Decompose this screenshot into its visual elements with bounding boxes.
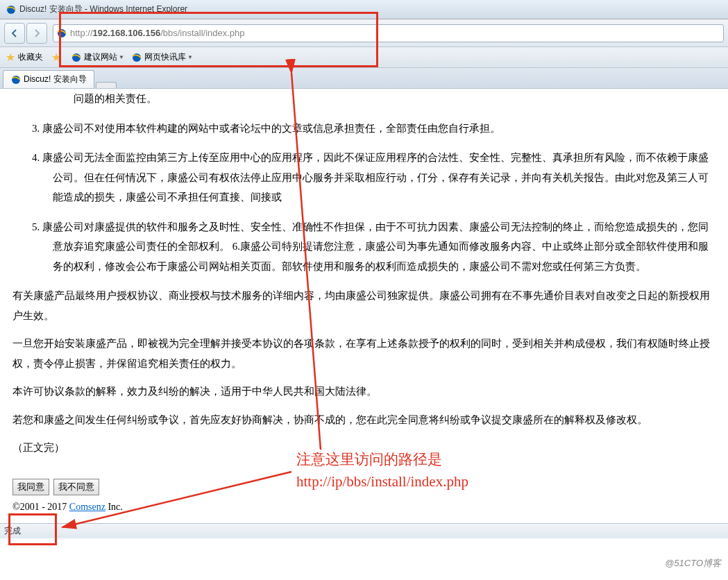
agree-button[interactable]: 我同意 <box>12 479 49 495</box>
favorites-label[interactable]: 收藏夹 <box>18 51 43 63</box>
ie-icon <box>6 4 17 15</box>
window-title: Discuz! 安装向导 - Windows Internet Explorer <box>19 3 187 15</box>
tab-label: Discuz! 安装向导 <box>24 74 87 85</box>
ie-icon <box>131 52 142 63</box>
address-bar[interactable]: http://192.168.106.156/bbs/install/index… <box>53 24 724 42</box>
paragraph: 若您和康盛之间发生任何纠纷或争议，首先应友好协商解决，协商不成的，您在此完全同意… <box>12 410 716 430</box>
paragraph: 本许可协议条款的解释，效力及纠纷的解决，适用于中华人民共和国大陆法律。 <box>12 382 716 402</box>
new-tab-button[interactable] <box>96 82 117 88</box>
ie-page-icon <box>56 28 67 39</box>
back-button[interactable] <box>4 23 25 44</box>
chevron-down-icon: ▼ <box>187 54 193 60</box>
comsenz-link[interactable]: Comsenz <box>69 502 105 512</box>
copyright-text: ©2001 - 2017 Comsenz Inc. <box>12 498 716 517</box>
status-bar: 完成 <box>0 523 728 538</box>
suggested-sites-link[interactable]: 建议网站▼ <box>71 51 124 63</box>
favorites-bar: ★ 收藏夹 ★ 建议网站▼ 网页快讯库▼ <box>0 47 728 68</box>
chevron-down-icon: ▼ <box>119 54 124 60</box>
ie-icon <box>10 74 22 85</box>
paragraph: 一旦您开始安装康盛产品，即被视为完全理解并接受本协议的各项条款，在享有上述条款授… <box>12 334 716 373</box>
list-item: 问题的相关责任。 <box>12 89 716 109</box>
web-slice-link[interactable]: 网页快讯库▼ <box>131 51 193 63</box>
navigation-bar: http://192.168.106.156/bbs/install/index… <box>0 19 728 47</box>
favorites-star-icon[interactable]: ★ <box>6 51 15 64</box>
status-text: 完成 <box>4 526 21 536</box>
ie-icon <box>71 52 82 63</box>
tab-bar: Discuz! 安装向导 <box>0 68 728 89</box>
tab-active[interactable]: Discuz! 安装向导 <box>3 70 94 88</box>
fav-item-star[interactable]: ★ <box>51 51 64 64</box>
paragraph: 有关康盛产品最终用户授权协议、商业授权与技术服务的详细内容，均由康盛公司独家提供… <box>12 286 716 325</box>
list-item: 4. 康盛公司无法全面监控由第三方上传至应用中心的应用程序，因此不保证应用程序的… <box>12 148 716 207</box>
list-item: 5. 康盛公司对康盛提供的软件和服务之及时性、安全性、准确性不作担保，由于不可抗… <box>12 217 716 277</box>
disagree-button[interactable]: 我不同意 <box>53 479 99 495</box>
forward-button[interactable] <box>26 23 47 44</box>
url-text: http://192.168.106.156/bbs/install/index… <box>70 28 720 38</box>
annotation-text: 注意这里访问的路径是 http://ip/bbs/install/index.p… <box>296 449 468 493</box>
window-titlebar: Discuz! 安装向导 - Windows Internet Explorer <box>0 0 728 19</box>
list-item: 3. 康盛公司不对使用本软件构建的网站中或者论坛中的文章或信息承担责任，全部责任… <box>12 119 716 139</box>
